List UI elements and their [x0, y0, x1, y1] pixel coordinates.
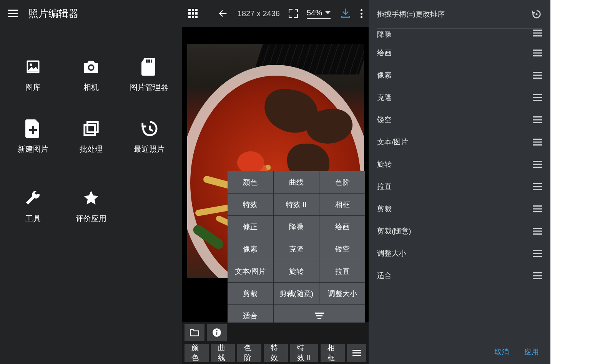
- item-label: 镂空: [377, 115, 392, 125]
- toolbar-row-b: 颜色 曲线 色阶 特效 特效 II 相框: [182, 342, 369, 364]
- drag-handle-icon[interactable]: [533, 139, 542, 146]
- apply-button[interactable]: 应用: [524, 347, 539, 357]
- drag-handle-icon[interactable]: [533, 72, 542, 79]
- list-item[interactable]: 镂空: [377, 109, 542, 131]
- tool-curves[interactable]: 曲线: [274, 171, 319, 193]
- drag-handle-icon[interactable]: [533, 228, 542, 235]
- history-icon: [140, 119, 158, 138]
- tool-correct[interactable]: 修正: [228, 216, 273, 238]
- back-button[interactable]: [218, 8, 228, 19]
- tool-effects2[interactable]: 特效 II: [274, 194, 319, 215]
- tool-clone[interactable]: 克隆: [274, 238, 319, 260]
- file-plus-icon: [24, 119, 42, 138]
- drag-handle-icon[interactable]: [533, 30, 542, 36]
- menu-icon[interactable]: [8, 10, 18, 17]
- svg-rect-11: [87, 122, 98, 132]
- reorder-header: 拖拽手柄(=)更改排序: [369, 0, 550, 28]
- new-image-button[interactable]: 新建图片: [4, 119, 62, 154]
- tool-textimage[interactable]: 文本/图片: [228, 260, 273, 282]
- list-item[interactable]: 像素: [377, 64, 542, 86]
- editor-panel: 1827 x 2436 54% 颜色 曲线: [182, 0, 369, 364]
- svg-point-14: [216, 330, 217, 331]
- drag-handle-icon[interactable]: [533, 116, 542, 123]
- drag-handle-icon[interactable]: [533, 94, 542, 101]
- chip-frame[interactable]: 相框: [321, 344, 345, 362]
- gallery-label: 图库: [25, 82, 41, 93]
- tool-freecrop[interactable]: 剪裁(随意): [274, 283, 319, 304]
- tool-frame[interactable]: 相框: [319, 194, 365, 215]
- tool-straighten[interactable]: 拉直: [319, 260, 365, 282]
- cancel-button[interactable]: 取消: [494, 347, 509, 357]
- list-item[interactable]: 文本/图片: [377, 131, 542, 153]
- recent-button[interactable]: 最近照片: [120, 119, 178, 154]
- tool-effects[interactable]: 特效: [228, 194, 273, 215]
- tool-denoise[interactable]: 降噪: [274, 216, 319, 238]
- rate-button[interactable]: 评价应用: [62, 189, 120, 224]
- item-label: 调整大小: [377, 248, 406, 258]
- item-label: 旋转: [377, 159, 392, 169]
- toolbar-row-a: [182, 323, 369, 342]
- tool-resize[interactable]: 调整大小: [319, 283, 365, 304]
- apps-grid-icon[interactable]: [188, 9, 198, 18]
- fullscreen-icon[interactable]: [289, 9, 298, 18]
- tool-rotate[interactable]: 旋转: [274, 260, 319, 282]
- stack-icon: [82, 119, 100, 138]
- tools-button[interactable]: 工具: [4, 189, 62, 224]
- app-title: 照片编辑器: [28, 7, 78, 20]
- reset-button[interactable]: [531, 9, 542, 20]
- tool-cutout[interactable]: 镂空: [319, 238, 365, 260]
- chip-effects2[interactable]: 特效 II: [290, 344, 319, 362]
- list-item[interactable]: 绘画: [377, 42, 542, 64]
- tool-levels[interactable]: 色阶: [319, 171, 365, 193]
- drag-handle-icon[interactable]: [533, 272, 542, 279]
- image-icon: [24, 58, 42, 76]
- chip-more[interactable]: [347, 344, 366, 362]
- item-label: 绘画: [377, 48, 392, 58]
- tool-color[interactable]: 颜色: [228, 171, 273, 193]
- drag-handle-icon[interactable]: [533, 183, 542, 190]
- batch-button[interactable]: 批处理: [62, 119, 120, 154]
- tool-crop[interactable]: 剪裁: [228, 283, 273, 304]
- item-label: 降噪: [377, 30, 392, 40]
- image-dimensions: 1827 x 2436: [238, 9, 280, 18]
- chip-effects[interactable]: 特效: [264, 344, 288, 362]
- overflow-menu-icon[interactable]: [361, 9, 362, 18]
- zoom-dropdown[interactable]: 54%: [307, 8, 331, 19]
- gallery-button[interactable]: 图库: [4, 58, 62, 93]
- svg-rect-6: [148, 60, 150, 63]
- star-icon: [82, 189, 100, 207]
- list-item[interactable]: 降噪: [377, 29, 542, 42]
- folder-button[interactable]: [184, 324, 204, 341]
- tool-pixel[interactable]: 像素: [228, 238, 273, 260]
- list-item[interactable]: 剪裁: [377, 198, 542, 220]
- zoom-value: 54%: [307, 8, 322, 17]
- list-item[interactable]: 适合: [377, 265, 542, 287]
- list-item[interactable]: 拉直: [377, 175, 542, 198]
- file-manager-button[interactable]: 图片管理器: [120, 58, 178, 93]
- svg-point-4: [89, 66, 93, 69]
- list-item[interactable]: 旋转: [377, 153, 542, 175]
- camera-button[interactable]: 相机: [62, 58, 120, 93]
- info-button[interactable]: [207, 324, 227, 341]
- list-item[interactable]: 克隆: [377, 86, 542, 109]
- chip-levels[interactable]: 色阶: [237, 344, 261, 362]
- drag-handle-icon[interactable]: [533, 161, 542, 168]
- svg-point-2: [30, 63, 32, 66]
- canvas-area: 颜色 曲线 色阶 特效 特效 II 相框 修正 降噪 绘画 像素 克隆 镂空 文…: [182, 27, 369, 322]
- drag-handle-icon[interactable]: [533, 205, 542, 212]
- chip-curves[interactable]: 曲线: [211, 344, 235, 362]
- chip-color[interactable]: 颜色: [184, 344, 209, 362]
- sort-icon: [315, 313, 324, 319]
- rate-label: 评价应用: [76, 213, 106, 224]
- reorder-list: 降噪 绘画 像素 克隆 镂空 文本/图片: [369, 29, 550, 340]
- list-item[interactable]: 调整大小: [377, 242, 542, 265]
- camera-icon: [82, 58, 100, 76]
- drag-handle-icon[interactable]: [533, 50, 542, 56]
- drag-handle-icon[interactable]: [533, 250, 542, 257]
- item-label: 剪裁: [377, 204, 392, 214]
- download-button[interactable]: [340, 8, 351, 19]
- tool-draw[interactable]: 绘画: [319, 216, 365, 238]
- list-item[interactable]: 剪裁(随意): [377, 220, 542, 242]
- reorder-footer: 取消 应用: [369, 340, 550, 364]
- menu-icon: [352, 350, 361, 356]
